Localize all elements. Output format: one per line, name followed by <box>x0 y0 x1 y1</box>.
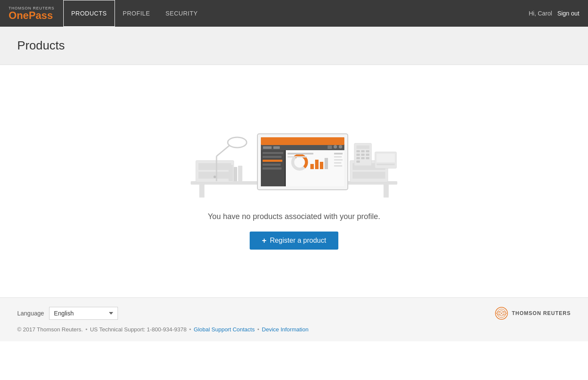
svg-rect-49 <box>356 150 360 152</box>
svg-rect-54 <box>366 154 369 156</box>
tr-footer-logo: THOMSON REUTERS <box>495 306 571 320</box>
svg-rect-2 <box>384 185 389 198</box>
svg-rect-52 <box>356 154 360 156</box>
svg-rect-38 <box>334 159 343 161</box>
nav: PRODUCTS PROFILE SECURITY <box>63 0 206 27</box>
svg-rect-25 <box>263 160 282 162</box>
svg-rect-19 <box>263 146 272 149</box>
copyright-text: © 2017 Thomson Reuters. <box>17 326 83 333</box>
header-right: Hi, Carol Sign out <box>529 10 579 17</box>
svg-rect-53 <box>361 154 365 156</box>
svg-rect-33 <box>325 158 328 169</box>
svg-rect-31 <box>315 160 319 169</box>
svg-rect-46 <box>353 172 385 179</box>
svg-rect-39 <box>334 162 341 164</box>
logo: THOMSON REUTERS OnePass <box>9 6 55 21</box>
plus-icon: + <box>262 237 266 244</box>
footer-bottom: © 2017 Thomson Reuters. • US Technical S… <box>17 326 571 333</box>
nav-products[interactable]: PRODUCTS <box>63 0 115 27</box>
svg-rect-11 <box>234 167 237 181</box>
header: THOMSON REUTERS OnePass PRODUCTS PROFILE… <box>0 0 588 27</box>
page-title: Products <box>17 39 571 53</box>
svg-rect-1 <box>199 185 204 198</box>
svg-rect-34 <box>288 153 313 154</box>
svg-rect-30 <box>310 164 314 169</box>
svg-rect-35 <box>288 156 307 158</box>
nav-profile[interactable]: PROFILE <box>115 0 158 27</box>
svg-rect-50 <box>361 150 365 152</box>
register-product-button[interactable]: + Register a product <box>250 232 338 250</box>
svg-rect-10 <box>229 165 233 181</box>
footer-sep-2: • <box>189 326 192 333</box>
svg-rect-32 <box>320 162 323 169</box>
support-text: US Technical Support: 1-800-934-9378 <box>90 326 187 333</box>
language-select[interactable]: English French German Spanish <box>49 307 118 320</box>
user-greeting: Hi, Carol <box>529 10 552 17</box>
main-content: You have no products associated with you… <box>0 65 588 297</box>
svg-rect-37 <box>334 156 342 158</box>
empty-state-message: You have no products associated with you… <box>208 212 381 221</box>
svg-point-6 <box>214 176 216 178</box>
svg-rect-58 <box>356 161 360 163</box>
svg-point-41 <box>334 145 337 148</box>
page-title-bar: Products <box>0 27 588 65</box>
svg-rect-4 <box>198 163 231 170</box>
footer-sep-1: • <box>85 326 87 333</box>
svg-rect-48 <box>356 145 369 149</box>
svg-point-42 <box>339 145 342 148</box>
device-information-link[interactable]: Device Information <box>262 326 308 333</box>
svg-rect-55 <box>356 157 360 159</box>
svg-rect-17 <box>261 137 344 145</box>
footer-top: Language English French German Spanish T… <box>17 306 571 320</box>
svg-rect-57 <box>366 157 369 159</box>
desk-illustration-svg <box>173 113 415 199</box>
language-selector: Language English French German Spanish <box>17 307 118 320</box>
svg-line-8 <box>217 145 229 156</box>
register-product-label: Register a product <box>270 237 326 244</box>
language-label: Language <box>17 310 44 317</box>
nav-security[interactable]: SECURITY <box>158 0 205 27</box>
svg-rect-56 <box>361 157 365 159</box>
svg-rect-60 <box>377 154 395 162</box>
svg-rect-20 <box>273 146 280 149</box>
global-support-link[interactable]: Global Support Contacts <box>194 326 255 333</box>
tr-logo-icon <box>495 306 508 320</box>
svg-rect-12 <box>238 166 242 181</box>
footer-sep-3: • <box>257 326 260 333</box>
empty-state-illustration <box>173 113 415 199</box>
footer: Language English French German Spanish T… <box>0 297 588 341</box>
svg-rect-27 <box>263 167 282 170</box>
svg-rect-26 <box>263 164 281 166</box>
svg-rect-40 <box>334 165 342 167</box>
svg-rect-23 <box>263 152 283 154</box>
brand-name: OnePass <box>9 10 55 21</box>
svg-rect-51 <box>366 150 369 152</box>
svg-rect-36 <box>334 153 343 154</box>
header-left: THOMSON REUTERS OnePass PRODUCTS PROFILE… <box>9 0 205 27</box>
svg-rect-43 <box>328 145 332 149</box>
svg-rect-61 <box>377 164 395 165</box>
svg-rect-24 <box>263 156 282 158</box>
svg-point-9 <box>228 137 247 148</box>
tr-brand-label: THOMSON REUTERS <box>512 310 571 316</box>
signout-button[interactable]: Sign out <box>557 10 579 17</box>
